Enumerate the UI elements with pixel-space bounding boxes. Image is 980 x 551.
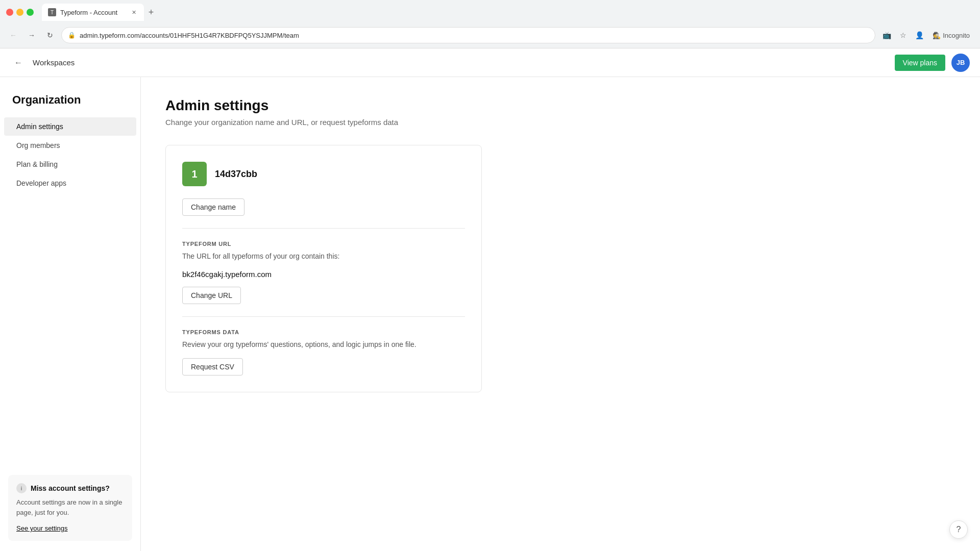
browser-chrome: T Typeform - Account ✕ + ← → ↻ 🔒 admin.t… [0, 0, 980, 48]
sidebar-item-label: Plan & billing [16, 160, 58, 168]
sidebar-item-label: Developer apps [16, 179, 66, 187]
help-icon: ? [957, 525, 961, 534]
address-bar[interactable]: 🔒 admin.typeform.com/accounts/01HHF5H1G4… [61, 27, 875, 43]
info-icon: i [16, 483, 27, 493]
window-controls [6, 9, 34, 16]
app-container: ← Workspaces View plans JB Organization … [0, 48, 980, 551]
user-avatar[interactable]: JB [951, 54, 970, 72]
back-nav-btn[interactable]: ← [6, 28, 20, 42]
header-left: ← Workspaces [10, 55, 75, 71]
promo-header: i Miss account settings? [16, 483, 124, 493]
new-tab-btn[interactable]: + [144, 5, 158, 19]
org-avatar: 1 [182, 162, 207, 186]
tab-bar: T Typeform - Account ✕ + [38, 3, 162, 21]
workspaces-link[interactable]: Workspaces [33, 58, 75, 67]
sidebar-item-label: Admin settings [16, 122, 63, 131]
sidebar-item-label: Org members [16, 141, 60, 149]
url-section: TYPEFORM URL The URL for all typeforms o… [182, 241, 465, 304]
url-section-label: TYPEFORM URL [182, 241, 465, 247]
data-section: TYPEFORMS DATA Review your org typeforms… [182, 329, 465, 375]
help-button[interactable]: ? [949, 520, 968, 539]
request-csv-button[interactable]: Request CSV [182, 358, 243, 375]
close-window-btn[interactable] [6, 9, 13, 16]
sidebar-item-admin-settings[interactable]: Admin settings [4, 117, 136, 136]
sidebar-item-developer-apps[interactable]: Developer apps [4, 174, 136, 192]
back-btn[interactable]: ← [10, 55, 27, 71]
change-url-button[interactable]: Change URL [182, 287, 241, 304]
incognito-badge[interactable]: 🕵️ Incognito [928, 32, 974, 39]
incognito-label: Incognito [943, 32, 970, 39]
maximize-window-btn[interactable] [27, 9, 34, 16]
browser-nav: ← → ↻ 🔒 admin.typeform.com/accounts/01HH… [0, 22, 980, 48]
url-value: bk2f46cgakj.typeform.com [182, 270, 465, 279]
sidebar-nav: Admin settings Org members Plan & billin… [0, 117, 140, 465]
forward-nav-btn[interactable]: → [24, 28, 39, 42]
nav-right: 📺 ☆ 👤 🕵️ Incognito [879, 28, 974, 42]
sidebar-item-org-members[interactable]: Org members [4, 136, 136, 155]
page-title: Admin settings [165, 97, 955, 114]
content-area: Admin settings Change your organization … [141, 77, 980, 551]
data-section-label: TYPEFORMS DATA [182, 329, 465, 335]
tab-close-btn[interactable]: ✕ [130, 8, 138, 16]
app-header: ← Workspaces View plans JB [0, 48, 980, 77]
header-right: View plans JB [895, 54, 970, 72]
divider-1 [182, 228, 465, 229]
divider-2 [182, 316, 465, 317]
promo-description: Account settings are now in a single pag… [16, 497, 124, 517]
active-tab[interactable]: T Typeform - Account ✕ [42, 4, 144, 21]
promo-card: i Miss account settings? Account setting… [8, 475, 132, 541]
bookmark-icon[interactable]: ☆ [896, 28, 910, 42]
view-plans-button[interactable]: View plans [895, 55, 945, 71]
main-content: Organization Admin settings Org members … [0, 77, 980, 551]
minimize-window-btn[interactable] [16, 9, 23, 16]
address-text: admin.typeform.com/accounts/01HHF5H1G4R7… [80, 32, 869, 39]
promo-title: Miss account settings? [31, 484, 110, 492]
data-section-description: Review your org typeforms' questions, op… [182, 339, 465, 350]
tab-title: Typeform - Account [60, 9, 117, 16]
incognito-icon: 🕵️ [933, 32, 941, 39]
url-section-description: The URL for all typeforms of your org co… [182, 251, 465, 262]
cast-icon[interactable]: 📺 [879, 28, 894, 42]
org-name: 14d37cbb [215, 169, 257, 180]
page-subtitle: Change your organization name and URL, o… [165, 118, 955, 127]
sidebar-title: Organization [0, 93, 140, 117]
org-name-section: 1 14d37cbb [182, 162, 465, 186]
refresh-nav-btn[interactable]: ↻ [43, 28, 57, 42]
promo-link[interactable]: See your settings [16, 524, 67, 532]
change-name-button[interactable]: Change name [182, 198, 244, 216]
lock-icon: 🔒 [68, 32, 76, 39]
title-bar: T Typeform - Account ✕ + [0, 0, 980, 22]
sidebar: Organization Admin settings Org members … [0, 77, 141, 551]
sidebar-bottom: i Miss account settings? Account setting… [0, 465, 140, 551]
settings-card: 1 14d37cbb Change name TYPEFORM URL The … [165, 145, 482, 392]
sidebar-item-plan-billing[interactable]: Plan & billing [4, 155, 136, 173]
tab-favicon: T [48, 8, 56, 16]
profile-icon[interactable]: 👤 [912, 28, 926, 42]
